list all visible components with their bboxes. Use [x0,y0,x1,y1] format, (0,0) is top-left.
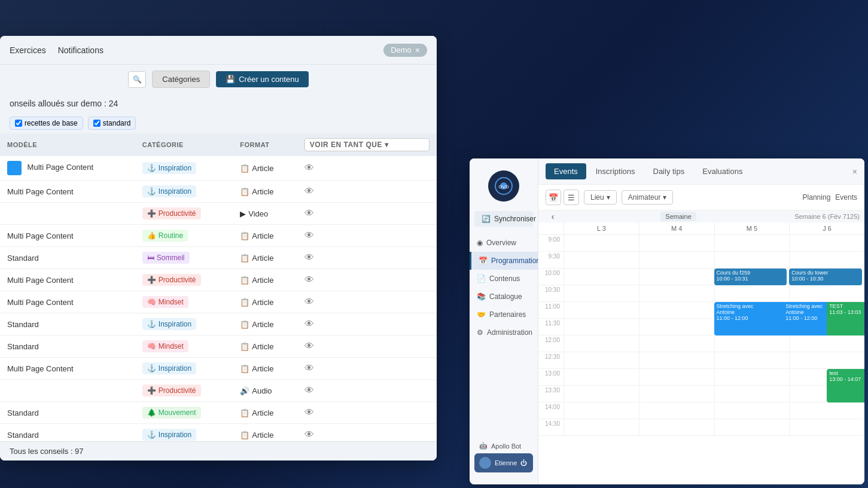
events-toggle-item[interactable]: Events [835,193,857,202]
time-cell-3[interactable] [789,252,864,268]
time-cell-0[interactable] [564,402,639,419]
list-icon[interactable]: ☰ [564,190,579,205]
visibility-icon[interactable]: 👁 [304,319,314,329]
cell-eye-7[interactable]: 👁 [297,313,437,336]
cell-eye-6[interactable]: 👁 [297,291,437,313]
tab-daily-tips[interactable]: Daily tips [645,163,693,179]
lieu-select[interactable]: Lieu ▾ [584,190,617,205]
visibility-icon[interactable]: 👁 [304,363,314,373]
visibility-icon[interactable]: 👁 [304,429,314,440]
time-cell-1[interactable] [639,252,714,268]
user-button[interactable]: Etienne ⏻ [474,453,533,472]
tab-exercices[interactable]: Exercices [10,43,46,57]
close-icon[interactable]: × [415,45,420,55]
time-cell-0[interactable] [564,419,639,435]
time-cell-1[interactable] [639,402,714,419]
visibility-icon[interactable]: 👁 [304,341,314,351]
time-cell-0[interactable] [564,386,639,402]
nav-item-partenaires[interactable]: 🤝Partenaires [470,306,538,324]
time-cell-1[interactable] [639,235,714,251]
time-cell-0[interactable] [564,302,639,318]
cell-eye-1[interactable]: 👁 [297,181,437,203]
nav-item-administration[interactable]: ⚙Administration [470,324,538,341]
time-cell-3[interactable] [789,419,864,435]
cell-eye-3[interactable]: 👁 [297,225,437,247]
cell-eye-10[interactable]: 👁 [297,380,437,402]
close-icon[interactable]: × [852,167,857,176]
nav-item-contenus[interactable]: 📄Contenus [470,270,538,288]
cell-eye-8[interactable]: 👁 [297,336,437,358]
creer-contenu-button[interactable]: 💾 Créer un contenu [216,71,308,87]
time-cell-2[interactable] [714,419,790,435]
cell-eye-11[interactable]: 👁 [297,402,437,424]
visibility-icon[interactable]: 👁 [304,385,314,395]
apollo-bot-item[interactable]: 🤖 Apollo Bot [474,438,533,453]
time-cell-1[interactable] [639,369,714,385]
visibility-icon[interactable]: 👁 [304,163,314,173]
time-cell-1[interactable] [639,386,714,402]
time-cell-2[interactable] [714,369,790,385]
tab-events[interactable]: Events [546,163,586,179]
time-cell-1[interactable] [639,285,714,301]
visibility-icon[interactable]: 👁 [304,252,314,263]
filter-recettes-checkbox[interactable] [15,120,22,127]
time-cell-2[interactable] [714,235,790,251]
visibility-icon[interactable]: 👁 [304,186,314,196]
search-input[interactable]: 🔍 [128,71,146,88]
time-cell-0[interactable] [564,352,639,368]
nav-item-overview[interactable]: ◉Overview [470,234,538,252]
time-cell-2[interactable] [714,252,790,268]
tab-notifications[interactable]: Notifications [58,43,103,57]
prev-week-button[interactable]: ‹ [543,212,562,221]
time-cell-3[interactable] [789,336,864,352]
cell-eye-12[interactable]: 👁 [297,424,437,442]
filter-standard[interactable]: standard [88,117,136,130]
event-4[interactable]: TEST 11:03 - 13:03 [827,302,864,336]
cell-eye-9[interactable]: 👁 [297,358,437,380]
tab-evaluations[interactable]: Evaluations [694,163,751,179]
time-cell-1[interactable] [639,336,714,352]
filter-recettes[interactable]: recettes de base [10,117,83,130]
cell-eye-2[interactable]: 👁 [297,203,437,225]
synchroniser-button[interactable]: 🔄 Synchroniser [474,211,533,227]
filter-standard-checkbox[interactable] [93,120,100,127]
time-cell-0[interactable] [564,336,639,352]
semaine-label[interactable]: Semaine [660,212,696,221]
time-cell-2[interactable] [714,285,790,301]
calendar-grid-icon[interactable]: 📅 [546,190,561,205]
time-cell-0[interactable] [564,285,639,301]
time-cell-1[interactable] [639,302,714,318]
cell-eye-0[interactable]: 👁 [297,156,437,181]
nav-item-programmation[interactable]: 📅Programmation [470,252,538,270]
visibility-icon[interactable]: 👁 [304,407,314,417]
visibility-icon[interactable]: 👁 [304,274,314,285]
time-cell-0[interactable] [564,269,639,285]
time-cell-1[interactable] [639,419,714,435]
time-cell-1[interactable] [639,352,714,368]
cell-eye-4[interactable]: 👁 [297,247,437,269]
time-cell-3[interactable] [789,402,864,419]
time-cell-3[interactable] [789,352,864,368]
time-cell-0[interactable] [564,235,639,251]
time-cell-2[interactable] [714,336,790,352]
visibility-icon[interactable]: 👁 [304,208,314,218]
time-cell-3[interactable] [789,235,864,251]
time-cell-0[interactable] [564,369,639,385]
event-2[interactable]: Stretching avec Antoine 11:00 - 12:00 [714,302,787,336]
voir-select[interactable]: Voir en tant que ▾ [304,138,430,151]
time-cell-0[interactable] [564,252,639,268]
event-0[interactable]: Cours du f259 10:00 - 10:31 [714,269,787,285]
time-cell-2[interactable] [714,402,790,419]
event-5[interactable]: test 13:00 - 14:07 [827,369,864,402]
time-cell-1[interactable] [639,269,714,285]
visibility-icon[interactable]: 👁 [304,230,314,240]
tab-inscriptions[interactable]: Inscriptions [587,163,644,179]
time-cell-1[interactable] [639,319,714,335]
animateur-select[interactable]: Animateur ▾ [622,190,674,205]
cell-eye-5[interactable]: 👁 [297,269,437,291]
time-cell-3[interactable] [789,285,864,301]
time-cell-2[interactable] [714,352,790,368]
planning-toggle-item[interactable]: Planning [803,193,831,202]
time-cell-2[interactable] [714,386,790,402]
event-1[interactable]: Cours du tower 10:00 - 10:30 [789,269,862,285]
